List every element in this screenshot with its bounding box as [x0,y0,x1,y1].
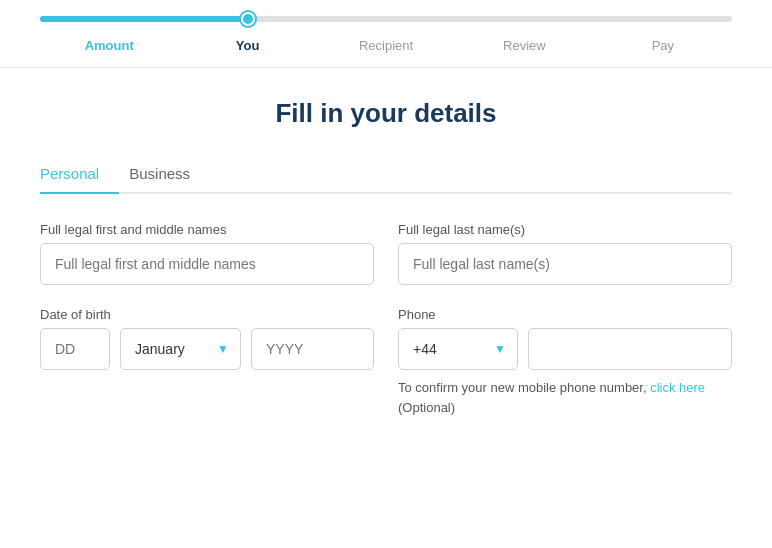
step-review[interactable]: Review [455,38,593,53]
step-amount[interactable]: Amount [40,38,178,53]
progress-bar [40,16,732,22]
main-content: Fill in your details Personal Business F… [0,68,772,459]
confirm-prefix: To confirm your new mobile phone number, [398,380,650,395]
confirm-suffix: (Optional) [398,400,455,415]
dob-month-select[interactable]: JanuaryFebruaryMarchAprilMayJuneJulyAugu… [120,328,241,370]
name-row: Full legal first and middle names Full l… [40,222,732,285]
phone-inputs: +44+1+49+33+34+39+31+32+46+47 ▼ [398,328,732,370]
progress-fill [40,16,248,22]
dob-group: Date of birth JanuaryFebruaryMarchAprilM… [40,307,374,417]
first-name-label: Full legal first and middle names [40,222,374,237]
last-name-group: Full legal last name(s) [398,222,732,285]
first-name-input[interactable] [40,243,374,285]
step-pay[interactable]: Pay [594,38,732,53]
dob-label: Date of birth [40,307,374,322]
dob-inputs: JanuaryFebruaryMarchAprilMayJuneJulyAugu… [40,328,374,370]
tab-business[interactable]: Business [129,157,210,194]
tab-personal[interactable]: Personal [40,157,119,194]
dob-month-wrapper: JanuaryFebruaryMarchAprilMayJuneJulyAugu… [120,328,241,370]
dob-phone-row: Date of birth JanuaryFebruaryMarchAprilM… [40,307,732,417]
phone-label: Phone [398,307,732,322]
phone-group: Phone +44+1+49+33+34+39+31+32+46+47 ▼ To… [398,307,732,417]
progress-dot [241,12,255,26]
step-recipient[interactable]: Recipient [317,38,455,53]
tab-group: Personal Business [40,157,732,194]
confirm-message: To confirm your new mobile phone number,… [398,378,732,417]
confirm-link[interactable]: click here [650,380,705,395]
first-name-group: Full legal first and middle names [40,222,374,285]
dob-day-input[interactable] [40,328,110,370]
phone-country-select[interactable]: +44+1+49+33+34+39+31+32+46+47 [398,328,518,370]
phone-number-input[interactable] [528,328,732,370]
phone-country-wrapper: +44+1+49+33+34+39+31+32+46+47 ▼ [398,328,518,370]
dob-year-input[interactable] [251,328,374,370]
progress-section: Amount You Recipient Review Pay [0,0,772,53]
step-labels: Amount You Recipient Review Pay [40,32,732,53]
page-title: Fill in your details [40,98,732,129]
last-name-label: Full legal last name(s) [398,222,732,237]
last-name-input[interactable] [398,243,732,285]
step-you[interactable]: You [178,38,316,53]
